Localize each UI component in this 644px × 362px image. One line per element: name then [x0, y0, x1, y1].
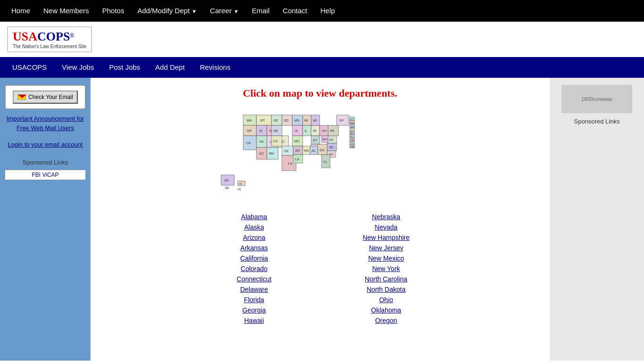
nav-help[interactable]: Help [314, 0, 342, 22]
second-nav-view-jobs[interactable]: View Jobs [54, 57, 101, 78]
logo-cops: COPS [37, 30, 70, 43]
nav-email[interactable]: Email [245, 0, 276, 22]
sponsored-label-right: Sponsored Links [574, 118, 620, 125]
state-link-florida[interactable]: Florida [188, 295, 320, 305]
state-link-oregon[interactable]: Oregon [320, 315, 452, 326]
right-sidebar: 1800runaway Sponsored Links [550, 78, 644, 361]
svg-text:AZ: AZ [259, 152, 264, 155]
svg-text:FL: FL [323, 160, 327, 164]
logo-usa: USA [13, 30, 37, 43]
svg-text:OR: OR [247, 129, 252, 132]
logo-tagline: The Nation's Law Enforcement Site [13, 44, 86, 49]
svg-text:NH: NH [350, 122, 355, 124]
check-email-button[interactable]: Check Your Email [13, 90, 78, 104]
svg-text:OH: OH [322, 129, 327, 132]
svg-text:GA: GA [320, 148, 324, 152]
svg-text:WV: WV [322, 138, 328, 141]
state-link-new-hampshire[interactable]: New Hampshire [320, 232, 452, 243]
logo-bar: USACOPS® The Nation's Law Enforcement Si… [0, 22, 644, 57]
svg-text:MD: MD [350, 145, 355, 148]
second-navigation: USACOPS View Jobs Post Jobs Add Dept Rev… [0, 57, 644, 78]
svg-text:KS: KS [273, 140, 278, 143]
login-email-link[interactable]: Login to your email account [8, 141, 83, 148]
main-layout: Check Your Email Important Announcement … [0, 78, 644, 361]
map-heading: Click on map to view departments. [100, 87, 540, 99]
nav-home[interactable]: Home [5, 0, 37, 22]
sidebar-links: Important Announcement for Free Web Mail… [5, 114, 86, 149]
check-email-label: Check Your Email [28, 94, 73, 100]
center-content: Click on map to view departments. WA OR … [91, 78, 550, 361]
left-sidebar: Check Your Email Important Announcement … [0, 78, 91, 361]
state-link-alaska[interactable]: Alaska [188, 222, 320, 232]
svg-text:MI: MI [313, 119, 317, 122]
svg-text:AK: AK [224, 179, 229, 182]
state-link-oklahoma[interactable]: Oklahoma [320, 305, 452, 315]
runaway-advertisement: 1800runaway [561, 85, 632, 113]
state-link-nevada[interactable]: Nevada [320, 222, 452, 232]
svg-text:HI: HI [238, 188, 241, 191]
svg-text:DC: DC [350, 142, 355, 145]
svg-text:KY: KY [313, 139, 318, 142]
envelope-icon [17, 94, 26, 100]
map-container[interactable]: WA OR CA MT ID WY NV UT CO [100, 107, 540, 202]
svg-text:PA: PA [330, 129, 334, 132]
svg-text:AL: AL [312, 149, 316, 152]
fbi-vicap-link[interactable]: FBI ViCAP [5, 170, 86, 180]
nav-contact[interactable]: Contact [276, 0, 314, 22]
second-nav-post-jobs[interactable]: Post Jobs [101, 57, 148, 78]
announcement-link[interactable]: Important Announcement for Free Web Mail… [7, 115, 84, 132]
sponsored-links-right: Sponsored Links [554, 118, 639, 125]
svg-text:MN: MN [294, 119, 299, 122]
dropdown-arrow-career: ▼ [233, 8, 239, 14]
svg-text:TX: TX [288, 162, 293, 166]
second-nav-usacops[interactable]: USACOPS [5, 57, 54, 78]
svg-text:NJ: NJ [350, 135, 354, 138]
svg-text:HI: HI [239, 182, 242, 185]
svg-text:MS: MS [304, 149, 309, 152]
svg-text:IN: IN [313, 129, 316, 132]
svg-text:IL: IL [305, 129, 307, 132]
sponsored-label-left: Sponsored Links [23, 159, 68, 166]
state-link-california[interactable]: California [188, 253, 320, 263]
sponsored-links-left: Sponsored Links FBI ViCAP [5, 159, 86, 180]
state-link-arkansas[interactable]: Arkansas [188, 243, 320, 253]
svg-text:ID: ID [259, 129, 263, 132]
email-check-box: Check Your Email [5, 85, 86, 109]
svg-text:VA: VA [329, 138, 333, 141]
state-link-new-mexico[interactable]: New Mexico [320, 253, 452, 263]
nav-career[interactable]: Career ▼ [203, 0, 245, 22]
svg-text:WA: WA [247, 119, 252, 122]
state-link-north-dakota[interactable]: North Dakota [320, 284, 452, 295]
svg-text:MO: MO [294, 140, 300, 143]
state-link-north-carolina[interactable]: North Carolina [320, 274, 452, 284]
svg-text:WI: WI [304, 119, 308, 122]
us-map[interactable]: WA OR CA MT ID WY NV UT CO [219, 107, 421, 201]
svg-text:AR: AR [295, 149, 300, 152]
nav-add-modify-dept[interactable]: Add/Modify Dept ▼ [131, 0, 203, 22]
states-left-column: Alabama Alaska Arizona Arkansas Californ… [188, 212, 320, 326]
logo-registered: ® [70, 33, 74, 39]
svg-text:CT: CT [350, 129, 354, 132]
top-navigation: Home New Members Photos Add/Modify Dept … [0, 0, 644, 22]
second-nav-add-dept[interactable]: Add Dept [148, 57, 192, 78]
state-link-delaware[interactable]: Delaware [188, 284, 320, 295]
state-link-new-york[interactable]: New York [320, 263, 452, 274]
logo: USACOPS® The Nation's Law Enforcement Si… [7, 26, 92, 52]
svg-text:DE: DE [350, 139, 354, 141]
svg-text:LA: LA [295, 157, 299, 161]
nav-photos[interactable]: Photos [96, 0, 131, 22]
state-link-alabama[interactable]: Alabama [188, 212, 320, 222]
state-link-georgia[interactable]: Georgia [188, 305, 320, 315]
second-nav-revisions[interactable]: Revisions [192, 57, 238, 78]
state-link-nebraska[interactable]: Nebraska [320, 212, 452, 222]
state-link-ohio[interactable]: Ohio [320, 295, 452, 305]
svg-text:NM: NM [269, 152, 274, 155]
state-link-colorado[interactable]: Colorado [188, 263, 320, 274]
state-link-hawaii[interactable]: Hawaii [188, 315, 320, 326]
states-right-column: Nebraska Nevada New Hampshire New Jersey… [320, 212, 452, 326]
state-link-connecticut[interactable]: Connecticut [188, 274, 320, 284]
state-link-arizona[interactable]: Arizona [188, 232, 320, 243]
state-link-new-jersey[interactable]: New Jersey [320, 243, 452, 253]
nav-new-members[interactable]: New Members [37, 0, 96, 22]
svg-text:IA: IA [295, 129, 298, 132]
